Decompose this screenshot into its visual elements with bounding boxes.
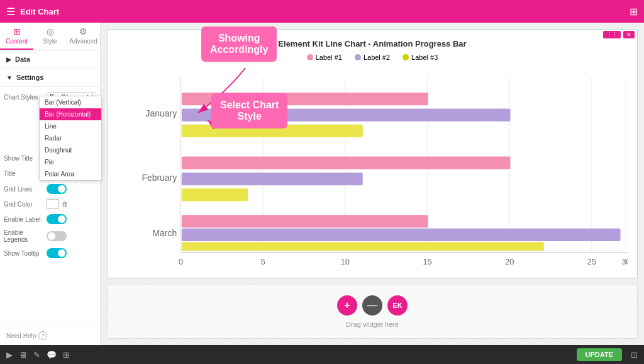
chart-container: ⋮⋮ ✕ Element Kit Line Chart - Animation … [107, 29, 638, 278]
dropdown-item-bar-vertical[interactable]: Bar (Vertical) [40, 96, 101, 108]
bar-jan-1 [182, 93, 428, 105]
drag-widget-text: Drag widget here [346, 321, 399, 328]
ek-button[interactable]: EK [387, 295, 408, 316]
enable-legends-row: Enable Legends [4, 229, 96, 243]
chart-legend: Label #1 Label #2 Label #3 [117, 54, 628, 61]
svg-text:February: February [142, 173, 177, 183]
svg-text:10: 10 [341, 258, 350, 266]
widget-drop-area: + — EK Drag widget here [107, 285, 638, 339]
tab-advanced[interactable]: ⚙ Advanced [67, 23, 100, 50]
sidebar: ⊞ Content ◎ Style ⚙ Advanced ▶ Data ▼ Se… [0, 23, 101, 345]
bar-feb-3 [182, 188, 248, 201]
grid-lines-label: Grid Lines [4, 186, 47, 193]
grid-color-label: Grid Color [4, 201, 47, 208]
legend-label-1: Label #1 [316, 54, 342, 61]
svg-text:5: 5 [261, 258, 265, 266]
chart-close-icon[interactable]: ✕ [623, 31, 635, 38]
enable-label-toggle[interactable] [47, 214, 67, 224]
enable-legends-toggle[interactable] [47, 231, 67, 241]
bar-mar-2 [182, 229, 621, 241]
bar-jan-3 [182, 125, 363, 137]
grid-color-swatch[interactable] [47, 199, 59, 209]
svg-text:15: 15 [423, 258, 431, 266]
grid-icon[interactable]: ⊞ [630, 6, 638, 18]
show-tooltip-toggle[interactable] [47, 248, 67, 258]
legend-item-3: Label #3 [402, 54, 438, 61]
style-icon: ◎ [47, 26, 54, 37]
svg-text:January: January [146, 108, 177, 118]
legend-dot-1 [307, 54, 313, 60]
settings-arrow-icon: ▼ [6, 74, 13, 81]
svg-text:25: 25 [587, 258, 596, 266]
chart-top-bar: ⋮⋮ ✕ [603, 31, 635, 38]
content-area: ⋮⋮ ✕ Element Kit Line Chart - Animation … [101, 23, 644, 345]
show-tooltip-label: Show Tooltip [4, 250, 47, 257]
legend-dot-3 [402, 54, 409, 60]
data-section-header[interactable]: ▶ Data [0, 50, 100, 69]
show-tooltip-row: Show Tooltip [4, 248, 96, 258]
grid-lines-row: Grid Lines [4, 184, 96, 194]
svg-text:20: 20 [505, 258, 514, 266]
header-title: Edit Chart [20, 7, 59, 16]
legend-label-3: Label #3 [411, 54, 438, 61]
legend-item-1: Label #1 [307, 54, 342, 61]
data-section-label: Data [15, 55, 30, 63]
chart-handle-icon[interactable]: ⋮⋮ [603, 31, 621, 38]
menu-icon[interactable]: ☰ [6, 6, 15, 18]
content-icon: ⊞ [13, 26, 21, 37]
chart-style-dropdown: Bar (Vertical) Bar (Horozontal) Line Rad… [39, 96, 101, 181]
svg-text:March: March [152, 228, 177, 238]
chart-plot-area: January February March 0 5 10 15 20 25 3… [117, 69, 628, 268]
tab-advanced-label: Advanced [69, 38, 97, 45]
edit-icon[interactable]: ✎ [33, 350, 40, 360]
add-widget-button[interactable]: + [337, 295, 357, 316]
bar-mar-1 [182, 215, 428, 227]
svg-text:0: 0 [179, 258, 183, 266]
play-icon[interactable]: ▶ [6, 350, 13, 360]
enable-label-row: Enable Label [4, 214, 96, 224]
help-circle-icon[interactable]: ? [38, 331, 47, 340]
header-left: ☰ Edit Chart [6, 6, 59, 18]
legend-dot-2 [355, 54, 361, 60]
settings-section-header[interactable]: ▼ Settings [0, 69, 100, 87]
enable-legends-label: Enable Legends [4, 229, 47, 243]
grid-color-row: Grid Color 🗑 [4, 199, 96, 209]
dropdown-item-doughnut[interactable]: Doughnut [40, 144, 101, 156]
dropdown-item-polar-area[interactable]: Polar Area [40, 168, 101, 180]
dropdown-item-radar[interactable]: Radar [40, 132, 101, 144]
settings-section-label: Settings [16, 74, 43, 81]
chart-svg: January February March 0 5 10 15 20 25 3… [117, 69, 628, 268]
bar-jan-2 [182, 108, 511, 121]
legend-item-2: Label #2 [355, 54, 390, 61]
bottom-bar: ▶ 🖥 ✎ 💬 ⊞ UPDATE ⊡ [0, 345, 644, 364]
tab-style[interactable]: ◎ Style [33, 23, 67, 50]
data-arrow-icon: ▶ [6, 56, 11, 63]
grid-color-trash-icon[interactable]: 🗑 [62, 200, 69, 208]
dropdown-item-bar-horizontal[interactable]: Bar (Horozontal) [40, 108, 101, 120]
dropdown-item-line[interactable]: Line [40, 120, 101, 132]
grid-bottom-icon[interactable]: ⊞ [63, 350, 70, 360]
expand-icon[interactable]: ⊡ [631, 350, 638, 360]
dropdown-item-pie[interactable]: Pie [40, 156, 101, 168]
remove-widget-button[interactable]: — [362, 295, 382, 316]
chat-icon[interactable]: 💬 [47, 350, 57, 360]
bar-feb-1 [182, 157, 511, 169]
chart-title: Element Kit Line Chart - Animation Progr… [117, 39, 628, 48]
svg-text:30: 30 [621, 258, 628, 266]
widget-buttons: + — EK [337, 295, 408, 316]
enable-label-label: Enable Label [4, 216, 47, 223]
bar-mar-3 [182, 242, 544, 251]
bar-feb-2 [182, 173, 363, 185]
sidebar-tabs: ⊞ Content ◎ Style ⚙ Advanced [0, 23, 100, 50]
desktop-icon[interactable]: 🖥 [19, 350, 27, 360]
need-help[interactable]: Need Help ? [0, 326, 100, 345]
main-layout: ⊞ Content ◎ Style ⚙ Advanced ▶ Data ▼ Se… [0, 23, 644, 345]
update-button[interactable]: UPDATE [577, 348, 622, 361]
advanced-icon: ⚙ [79, 26, 87, 37]
tab-content[interactable]: ⊞ Content [0, 23, 33, 50]
settings-section: Chart Styles Bar (Horozontal) Bar (Verti… [0, 87, 100, 268]
top-header: ☰ Edit Chart ⊞ [0, 0, 644, 23]
tab-content-label: Content [6, 38, 28, 45]
grid-lines-toggle[interactable] [47, 184, 67, 194]
legend-label-2: Label #2 [364, 54, 390, 61]
